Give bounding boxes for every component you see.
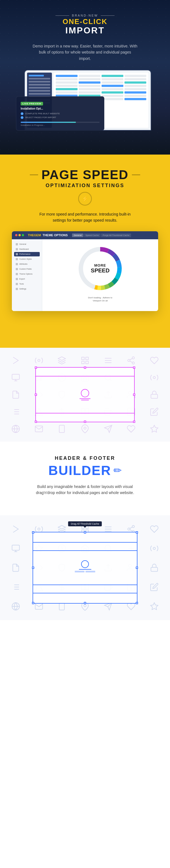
icon-cell — [52, 353, 72, 368]
pagespeed-subtitle: OPTIMIZATION SETTINGS — [45, 183, 125, 188]
logo-main: GEM — [34, 234, 41, 237]
sidebar-mock-5 — [29, 87, 50, 89]
menu-tools[interactable]: Tools — [14, 282, 40, 286]
icon-cell — [144, 405, 165, 419]
corner-blue-mr — [136, 567, 138, 569]
menu-attributes[interactable]: Attributes — [14, 262, 40, 266]
brand-new-label: BRAND-NEW — [72, 14, 98, 17]
menu-icon-performance — [16, 253, 18, 255]
dash-main-content: MORE SPEED Don't loading - Adhere to Vie… — [42, 239, 158, 311]
corner-blue-tm — [84, 531, 86, 533]
dashboard-body: General Dashboard Performance Custom Sty… — [12, 239, 158, 311]
icon-cell-b — [5, 521, 26, 537]
corner-blue-br — [136, 602, 138, 604]
menu-settings[interactable]: Settings — [14, 287, 40, 291]
menu-icon-general — [16, 243, 18, 245]
dot-yellow — [19, 234, 21, 236]
icon-cell — [5, 388, 26, 402]
builder-text-section: HEADER & FOOTER BUILDER ✏ Build any imag… — [13, 442, 157, 515]
icon-cell — [75, 353, 95, 368]
svg-marker-61 — [151, 425, 158, 432]
frame-top-line-2 — [33, 542, 137, 542]
menu-theme-options[interactable]: Theme Options — [14, 272, 40, 276]
progress-bar-fill — [21, 122, 76, 123]
speed-dashboard: THEGEM THEME OPTIONS General Speed Cache… — [12, 231, 158, 311]
dashboard-header: THEGEM THEME OPTIONS General Speed Cache… — [12, 231, 158, 239]
tab-purge[interactable]: Purge All Thumbnail Cache — [101, 234, 131, 237]
frame-lines — [79, 399, 91, 400]
corner-blue-bm — [84, 602, 86, 604]
icon-cell-b — [5, 579, 26, 595]
menu-label-export: Export — [19, 278, 25, 280]
sidebar-mock-6 — [29, 90, 50, 92]
svg-point-58 — [84, 427, 86, 429]
dot-green — [22, 234, 24, 236]
tab-general[interactable]: General — [72, 234, 83, 237]
corner-ml — [35, 394, 37, 396]
icon-cell — [29, 422, 49, 436]
svg-line-73 — [130, 530, 133, 531]
menu-icon-attributes — [16, 263, 18, 265]
corner-blue-tl — [32, 531, 34, 533]
pagespeed-description: For more speed and performance. Introduc… — [33, 211, 137, 223]
frame-bottom-line-3 — [33, 585, 137, 585]
step-check-icon-2: → — [21, 116, 24, 119]
sidebar-mock-4 — [29, 84, 50, 86]
icon-cell — [29, 353, 49, 368]
frame-bottom-line — [35, 413, 135, 413]
menu-icon-dashboard — [16, 248, 18, 250]
menu-fields[interactable]: Custom Fields — [14, 267, 40, 271]
corner-bm — [84, 421, 86, 423]
mini-rect-1 — [75, 571, 84, 572]
icon-cell — [121, 353, 142, 368]
icon-cell-b — [5, 598, 26, 615]
svg-rect-14 — [82, 357, 84, 360]
menu-custom[interactable]: Custom Styles — [14, 257, 40, 261]
menu-icon-custom — [16, 258, 18, 260]
donut-label-2: Viewport On all — [93, 300, 108, 302]
icon-cell — [5, 422, 26, 436]
menu-label-settings: Settings — [19, 288, 26, 290]
corner-tr — [133, 367, 135, 369]
menu-dashboard[interactable]: Dashboard — [14, 247, 40, 251]
icon-cell-b — [144, 521, 165, 537]
tab-dashboard[interactable]: Speed Cache — [84, 234, 100, 237]
menu-label-performance: Performance — [19, 253, 30, 255]
frame-tooltip: Drag All Threshold Cache — [68, 521, 102, 526]
donut-speed-text: SPEED — [91, 268, 109, 274]
svg-rect-15 — [86, 357, 88, 360]
icon-cell — [5, 405, 26, 419]
corner-blue-bl — [32, 602, 34, 604]
frame-border-blue: Drag All Threshold Cache — [33, 532, 137, 603]
menu-label-theme: Theme Options — [19, 273, 33, 275]
svg-point-23 — [132, 362, 134, 364]
ps-left-line — [30, 175, 38, 175]
svg-point-62 — [38, 528, 40, 530]
menu-icon-fields — [16, 268, 18, 270]
page-speed-title: PAGE SPEED — [41, 168, 129, 181]
menu-performance[interactable]: Performance — [14, 252, 40, 256]
menu-label-attributes: Attributes — [19, 263, 28, 265]
donut-more-text: MORE — [91, 263, 109, 268]
logo-accent: THE — [28, 234, 34, 237]
svg-rect-88 — [151, 567, 158, 571]
step-check-icon: ✓ — [21, 112, 24, 115]
builder-section: HEADER & FOOTER BUILDER ✏ Build any imag… — [0, 348, 170, 620]
dot-red — [15, 234, 18, 236]
frame-center-icon — [79, 389, 91, 400]
icon-cell-b — [5, 540, 26, 557]
menu-general[interactable]: General — [14, 242, 40, 246]
svg-rect-17 — [82, 361, 84, 364]
speed-icon — [78, 192, 92, 206]
install-progress-overlay: LIVE PREVIEW Installation Opt... ✓ COMPL… — [16, 96, 104, 130]
svg-point-70 — [132, 525, 134, 527]
speed-donut-chart: MORE SPEED — [75, 244, 125, 293]
builder-label: HEADER & FOOTER — [30, 455, 140, 461]
icon-cell — [98, 353, 118, 368]
svg-rect-16 — [86, 361, 88, 364]
icon-cell — [144, 370, 165, 385]
icon-cell — [144, 388, 165, 402]
menu-icon-settings — [16, 288, 18, 290]
menu-export[interactable]: Export — [14, 277, 40, 281]
svg-rect-75 — [12, 545, 20, 550]
